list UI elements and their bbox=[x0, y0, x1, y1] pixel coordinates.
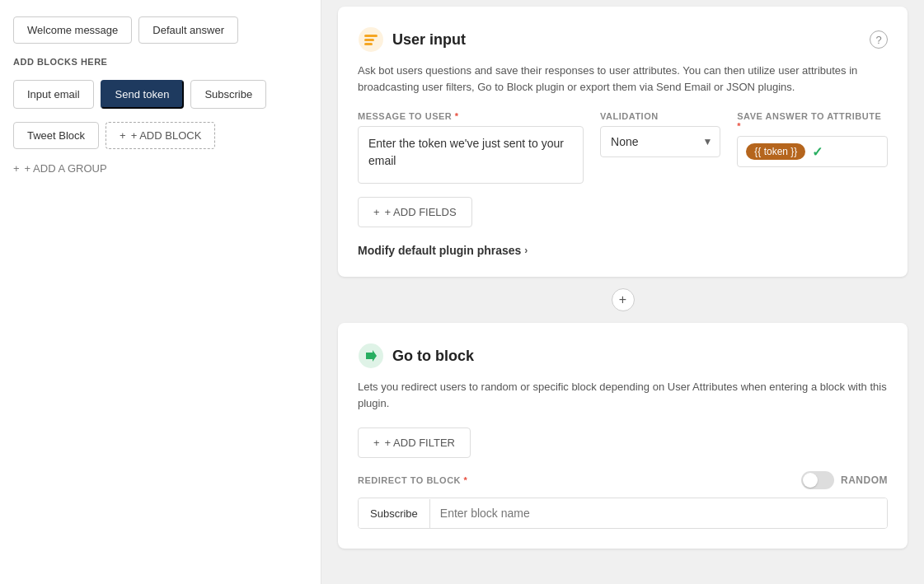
help-icon[interactable]: ? bbox=[870, 30, 888, 49]
help-question-mark: ? bbox=[875, 34, 881, 46]
message-textarea[interactable]: Enter the token we've just sent to your … bbox=[358, 126, 584, 184]
validation-label: VALIDATION bbox=[600, 111, 720, 121]
add-between-icon: + bbox=[619, 292, 626, 307]
save-attr-field-group: SAVE ANSWER TO ATTRIBUTE * {{ token }} ✓ bbox=[737, 111, 888, 167]
go-to-block-description: Lets you redirect users to random or spe… bbox=[358, 379, 888, 411]
validation-select[interactable]: None Email Number bbox=[600, 126, 720, 157]
go-to-block-card-header: Go to block bbox=[358, 343, 888, 369]
sidebar: Welcome message Default answer ADD BLOCK… bbox=[0, 0, 321, 584]
go-to-block-icon bbox=[358, 343, 384, 369]
message-field-group: MESSAGE TO USER * Enter the token we've … bbox=[358, 111, 584, 184]
token-badge-container: {{ token }} ✓ bbox=[737, 136, 888, 167]
add-filter-btn[interactable]: + + ADD FILTER bbox=[358, 427, 471, 458]
go-to-block-title: Go to block bbox=[392, 348, 474, 365]
user-input-description: Ask bot users questions and save their r… bbox=[358, 63, 888, 95]
add-filter-label: + ADD FILTER bbox=[385, 437, 455, 449]
add-group-label: + ADD A GROUP bbox=[25, 162, 107, 175]
redirect-input-row: Subscribe bbox=[358, 498, 888, 529]
modify-phrases-btn[interactable]: Modify default plugin phrases › bbox=[358, 244, 888, 257]
chevron-right-icon: › bbox=[524, 245, 528, 256]
svg-rect-1 bbox=[364, 35, 378, 37]
random-toggle[interactable] bbox=[801, 471, 834, 489]
redirect-section: REDIRECT TO BLOCK * RANDOM Subscribe bbox=[358, 471, 888, 529]
user-input-icon bbox=[358, 26, 384, 53]
subscribe-block-btn[interactable]: Subscribe bbox=[190, 80, 266, 109]
svg-rect-3 bbox=[364, 43, 373, 45]
block-name-input[interactable] bbox=[430, 498, 887, 528]
blocks-row-2: Tweet Block + + ADD BLOCK bbox=[13, 122, 307, 149]
add-between-btn[interactable]: + bbox=[612, 288, 635, 311]
tweet-block-btn[interactable]: Tweet Block bbox=[13, 122, 99, 149]
message-required: * bbox=[455, 111, 459, 121]
modify-phrases-label: Modify default plugin phrases bbox=[358, 244, 521, 257]
add-block-plus-icon: + bbox=[120, 129, 126, 142]
top-buttons-row: Welcome message Default answer bbox=[13, 16, 307, 44]
add-filter-plus-icon: + bbox=[373, 437, 380, 449]
redirect-required: * bbox=[464, 475, 468, 485]
add-group-btn[interactable]: + + ADD A GROUP bbox=[13, 162, 307, 175]
subscribe-tag: Subscribe bbox=[359, 499, 430, 528]
token-badge: {{ token }} bbox=[746, 143, 805, 160]
user-input-card-header: User input ? bbox=[358, 26, 888, 53]
add-fields-btn[interactable]: + + ADD FIELDS bbox=[358, 197, 472, 227]
add-block-label: + ADD BLOCK bbox=[131, 129, 202, 142]
go-to-block-card: Go to block Lets you redirect users to r… bbox=[338, 323, 908, 549]
check-icon: ✓ bbox=[812, 144, 823, 160]
plus-row: + bbox=[338, 283, 908, 316]
validation-select-wrapper: None Email Number ▼ bbox=[600, 126, 720, 157]
fields-row: MESSAGE TO USER * Enter the token we've … bbox=[358, 111, 888, 184]
message-label: MESSAGE TO USER * bbox=[358, 111, 584, 121]
user-input-card: User input ? Ask bot users questions and… bbox=[338, 7, 908, 277]
redirect-label-row: REDIRECT TO BLOCK * RANDOM bbox=[358, 471, 888, 489]
save-attr-required: * bbox=[737, 121, 741, 131]
card-title-row: User input bbox=[358, 26, 466, 53]
add-group-plus-icon: + bbox=[13, 162, 20, 175]
add-blocks-label: ADD BLOCKS HERE bbox=[13, 57, 307, 67]
add-fields-label: + ADD FIELDS bbox=[385, 206, 457, 218]
welcome-message-btn[interactable]: Welcome message bbox=[13, 16, 132, 44]
save-attr-label: SAVE ANSWER TO ATTRIBUTE * bbox=[737, 111, 888, 131]
input-email-btn[interactable]: Input email bbox=[13, 80, 94, 109]
add-block-btn[interactable]: + + ADD BLOCK bbox=[106, 122, 215, 149]
svg-rect-2 bbox=[364, 39, 374, 41]
go-to-block-title-row: Go to block bbox=[358, 343, 474, 369]
validation-field-group: VALIDATION None Email Number ▼ bbox=[600, 111, 720, 157]
default-answer-btn[interactable]: Default answer bbox=[138, 16, 238, 44]
main-content: User input ? Ask bot users questions and… bbox=[321, 0, 924, 584]
user-input-title: User input bbox=[392, 31, 466, 49]
random-label: RANDOM bbox=[841, 474, 888, 486]
random-row: RANDOM bbox=[801, 471, 888, 489]
redirect-to-block-label: REDIRECT TO BLOCK * bbox=[358, 475, 467, 485]
toggle-thumb bbox=[803, 473, 818, 488]
send-token-btn[interactable]: Send token bbox=[101, 80, 185, 109]
blocks-row: Input email Send token Subscribe bbox=[13, 80, 307, 109]
add-fields-plus-icon: + bbox=[373, 206, 380, 218]
